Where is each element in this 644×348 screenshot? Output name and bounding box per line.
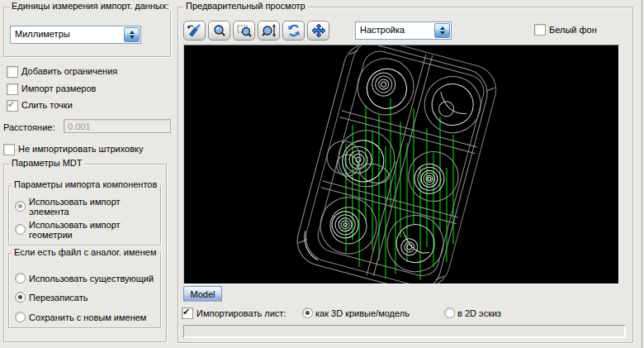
zoom-in-button[interactable]	[208, 21, 230, 41]
units-combo[interactable]: Миллиметры	[10, 26, 141, 44]
zoom-to-fit-icon	[187, 23, 203, 38]
use-geometry-import-label[interactable]: Использовать импорт геометрии	[29, 220, 153, 240]
spin-down-icon[interactable]	[130, 36, 135, 39]
add-constraints-checkbox[interactable]	[7, 66, 18, 78]
add-constraints-label[interactable]: Добавить ограничения	[21, 66, 117, 76]
preview-group-title: Предварительный просмотр	[183, 1, 308, 11]
as-2d-sketch-label[interactable]: в 2D эскиз	[457, 308, 501, 318]
use-geometry-import-radio[interactable]	[15, 224, 26, 235]
wireframe-model	[184, 45, 618, 284]
spin-down-icon[interactable]	[440, 31, 445, 35]
component-import-group-title: Параметры импорта компонентов	[12, 179, 159, 189]
preview-canvas[interactable]	[183, 45, 619, 284]
white-background-checkbox[interactable]	[534, 24, 546, 36]
zoom-to-fit-button[interactable]	[183, 21, 206, 41]
no-hatch-label[interactable]: Не импортировать штриховку	[18, 144, 144, 154]
spin-up-icon[interactable]	[130, 31, 135, 34]
no-hatch-checkbox[interactable]	[3, 144, 15, 155]
overwrite-label[interactable]: Перезаписать	[29, 293, 88, 303]
import-sheet-label[interactable]: Импортировать лист:	[197, 308, 286, 318]
save-new-name-label[interactable]: Сохранить с новым именем	[29, 312, 146, 322]
use-feature-import-label[interactable]: Использовать импорт элемента	[29, 197, 153, 217]
import-options-dialog: { "colors": { "window_bg": "#e9e8e5", "a…	[0, 0, 644, 348]
as-3d-curves-label[interactable]: как 3D кривые/модель	[315, 308, 410, 318]
white-background-label[interactable]: Белый фон	[549, 25, 597, 35]
view-config-combo-spinner[interactable]	[434, 23, 450, 38]
progress-bar	[183, 325, 626, 338]
pan-icon	[310, 23, 327, 38]
same-name-group-title: Если есть файл с аналог. именем	[12, 247, 159, 257]
merge-points-label[interactable]: Слить точки	[21, 100, 73, 110]
import-dimensions-label[interactable]: Импорт размеров	[21, 83, 96, 93]
zoom-in-out-button[interactable]	[258, 21, 280, 41]
rotate-view-icon	[286, 23, 302, 38]
zoom-in-out-icon	[261, 23, 277, 38]
distance-label: Расстояние:	[3, 122, 54, 132]
save-new-name-radio[interactable]	[15, 312, 26, 322]
as-3d-curves-radio[interactable]	[302, 307, 313, 318]
preview-toolbar	[183, 21, 329, 41]
view-config-combo[interactable]: Настройка	[355, 21, 452, 40]
import-sheet-checkbox[interactable]	[182, 307, 193, 319]
use-existing-label[interactable]: Использовать существующий	[29, 274, 154, 284]
units-group-title: Единицы измерения импорт. данных:	[9, 1, 171, 11]
distance-input	[64, 119, 171, 133]
overwrite-radio[interactable]	[15, 292, 26, 303]
zoom-to-area-button[interactable]	[233, 21, 255, 41]
units-combo-spinner[interactable]	[124, 27, 140, 42]
model-tab[interactable]: Model	[183, 286, 222, 302]
pan-button[interactable]	[307, 21, 329, 41]
units-combo-value: Миллиметры	[15, 29, 70, 39]
view-config-combo-value: Настройка	[360, 25, 405, 35]
rotate-view-button[interactable]	[282, 21, 305, 41]
mdt-group-title: Параметры MDT	[9, 158, 85, 168]
use-existing-radio[interactable]	[15, 273, 26, 284]
import-dimensions-checkbox[interactable]	[7, 83, 18, 95]
model-tab-label: Model	[191, 289, 215, 299]
spin-up-icon[interactable]	[440, 26, 445, 30]
panel-divider	[642, 0, 642, 348]
zoom-in-icon	[211, 23, 228, 38]
merge-points-checkbox[interactable]	[7, 100, 18, 112]
use-feature-import-radio[interactable]	[15, 201, 26, 212]
zoom-to-area-icon	[236, 23, 253, 38]
as-2d-sketch-radio[interactable]	[444, 307, 455, 318]
